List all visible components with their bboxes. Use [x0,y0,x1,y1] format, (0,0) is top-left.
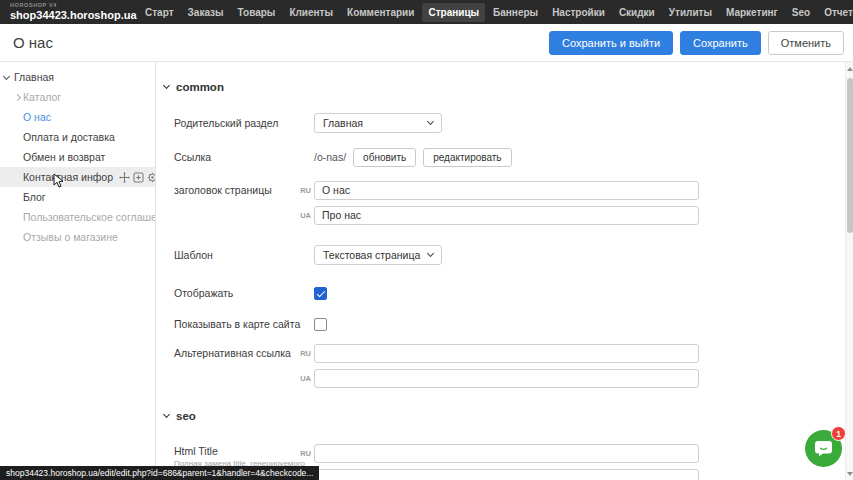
alt-link-label: Альтернативная ссылка [174,347,297,359]
lang-tag-ua: UA [297,374,311,383]
sidebar-item-label: Блог [23,191,46,203]
sidebar-item-label: Оплата и доставка [23,131,115,143]
sidebar-item-katalog[interactable]: Каталог [0,87,155,107]
sidebar-item-glavnaya[interactable]: Главная [0,67,155,87]
parent-section-select[interactable]: Главная [314,113,442,133]
display-checkbox[interactable] [314,287,327,300]
sidebar-item-kontaktnaya[interactable]: Контактная инфор [0,167,155,187]
nav-marketing[interactable]: Маркетинг [720,3,784,22]
nav-settings[interactable]: Настройки [546,3,611,22]
pages-tree-sidebar: Главная Каталог О нас Оплата и доставка … [0,62,155,480]
display-row: Отображать [174,283,839,303]
chat-bubble-icon [814,440,833,457]
link-refresh-button[interactable]: обновить [353,148,416,167]
link-path-value: /o-nas/ [314,151,346,163]
nav-utilities[interactable]: Утилиты [663,3,718,22]
template-select[interactable]: Текстовая страница [314,245,442,265]
page-title-ua-row: UA [174,205,839,225]
page-title-label: заголовок страницы [174,184,297,196]
scroll-down-arrow[interactable] [847,472,853,476]
sitemap-checkbox[interactable] [314,318,327,331]
sidebar-item-label: Пользовательское соглашение [23,211,174,223]
alt-link-ru-input[interactable] [314,344,699,363]
nav-products[interactable]: Товары [232,3,282,22]
page-title: О нас [13,34,53,51]
scrollbar-thumb[interactable] [847,78,853,233]
scroll-up-arrow[interactable] [847,67,853,71]
sidebar-item-label: О нас [23,111,51,123]
cancel-button[interactable]: Отменить [768,31,844,55]
nav-banners[interactable]: Баннеры [487,3,544,22]
parent-section-label: Родительский раздел [174,117,314,129]
page-edit-form: common Родительский раздел Главная Ссылк… [155,62,845,480]
lang-tag-ru: RU [297,349,311,358]
nav-discounts[interactable]: Скидки [613,3,661,22]
page-title-ru-row: заголовок страницы RU [174,180,839,200]
add-page-icon[interactable] [133,172,144,183]
sidebar-item-oplata[interactable]: Оплата и доставка [0,127,155,147]
chat-notification-badge: 1 [831,426,846,441]
link-row: Ссылка /o-nas/ обновить редактировать [174,147,839,167]
template-row: Шаблон Текстовая страница [174,245,839,265]
sidebar-item-label: Главная [14,71,54,83]
logo-domain-label: shop34423.horoshop.ua [10,10,128,21]
html-title-label-text: Html Title [174,445,218,457]
top-navbar: HOROSHOP V4 shop34423.horoshop.ua Старт … [0,0,853,24]
sidebar-item-agreement[interactable]: Пользовательское соглашение [0,207,155,227]
sidebar-item-label: Отзывы о магазине [23,231,118,243]
nav-start[interactable]: Старт [139,3,180,22]
display-label: Отображать [174,287,314,299]
chevron-down-icon[interactable] [3,73,10,80]
page-title-ru-input[interactable] [314,181,699,200]
section-common[interactable]: common [164,81,224,93]
chevron-down-icon [163,411,170,418]
html-title-label: Html Title Полная замена title, генериру… [174,445,297,468]
browser-status-url: shop34423.horoshop.ua/edit/edit.php?id=6… [0,466,319,480]
page-title-ua-input[interactable] [314,206,699,225]
chevron-down-icon [163,82,170,89]
link-edit-button[interactable]: редактировать [423,148,511,167]
link-label: Ссылка [174,151,314,163]
alt-link-ru-row: Альтернативная ссылка RU [174,343,839,363]
template-value: Текстовая страница [323,249,420,261]
page-header: О нас Сохранить и выйти Сохранить Отмени… [0,24,853,62]
header-actions: Сохранить и выйти Сохранить Отменить [549,31,844,55]
save-and-exit-button[interactable]: Сохранить и выйти [549,31,673,55]
nav-orders[interactable]: Заказы [182,3,230,22]
section-common-label: common [176,81,224,93]
nav-reports[interactable]: Отчеты [818,3,853,22]
horoshop-admin-page: HOROSHOP V4 shop34423.horoshop.ua Старт … [0,0,853,480]
logo[interactable]: HOROSHOP V4 shop34423.horoshop.ua [10,3,128,21]
nav-seo[interactable]: Seo [786,3,816,22]
template-label: Шаблон [174,249,314,261]
lang-tag-ru: RU [297,449,311,458]
sitemap-label: Показывать в карте сайта [174,318,314,330]
alt-link-ua-input[interactable] [314,369,699,388]
save-button[interactable]: Сохранить [680,31,761,55]
sidebar-item-reviews[interactable]: Отзывы о магазине [0,227,155,247]
parent-section-value: Главная [323,117,363,129]
html-title-ru-input[interactable] [314,444,699,463]
sidebar-item-label: Обмен и возврат [23,151,105,163]
sidebar-item-blog[interactable]: Блог [0,187,155,207]
html-title-ua-input[interactable] [314,469,699,480]
sidebar-item-obmen[interactable]: Обмен и возврат [0,147,155,167]
vertical-scrollbar[interactable] [845,62,853,480]
lang-tag-ru: RU [297,186,311,195]
nav-clients[interactable]: Клиенты [283,3,339,22]
chat-widget-button[interactable]: 1 [805,430,842,467]
chevron-down-icon [427,118,434,125]
lang-tag-ua: UA [297,211,311,220]
top-nav-menu: Старт Заказы Товары Клиенты Комментарии … [138,3,853,22]
chevron-right-icon[interactable] [14,94,21,101]
alt-link-ua-row: UA [174,368,839,388]
move-icon[interactable] [119,172,130,183]
nav-pages[interactable]: Страницы [422,3,485,22]
chevron-down-icon [427,250,434,257]
sidebar-item-o-nas[interactable]: О нас [0,107,155,127]
section-seo[interactable]: seo [164,410,196,422]
nav-comments[interactable]: Комментарии [341,3,420,22]
parent-section-row: Родительский раздел Главная [174,113,839,133]
logo-version-label: HOROSHOP V4 [10,3,128,9]
sitemap-row: Показывать в карте сайта [174,314,839,334]
